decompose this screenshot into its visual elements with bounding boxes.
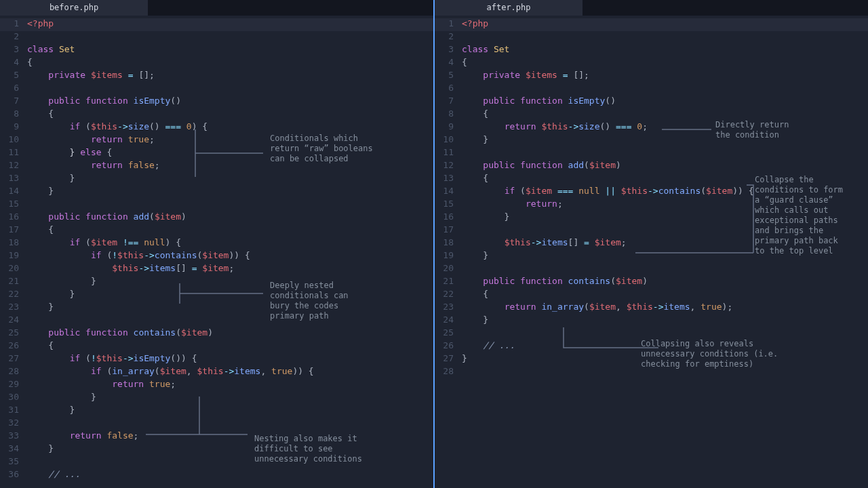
line-number: 21 [0,276,27,289]
line-number: 9 [435,121,462,134]
code-line: 20 $this->items[] = $item; [0,263,433,276]
code-content: public function contains($item) [27,327,433,340]
right-tab[interactable]: after.php [435,0,583,16]
code-line: 23 return in_array($item, $this->items, … [435,302,868,314]
code-content: { [27,108,433,121]
code-line: 23 } [0,302,433,314]
line-number: 9 [0,121,27,134]
code-content: } [462,250,868,263]
left-editor[interactable]: 1<?php23class Set4{5 private $items = []… [0,16,433,488]
code-line: 24 [0,314,433,327]
code-line: 26 { [0,340,433,353]
left-tabbar: before.php [0,0,433,16]
line-number: 36 [0,469,27,482]
code-content: <?php [27,18,433,31]
line-number: 3 [435,44,462,57]
code-line: 21 } [0,276,433,289]
right-pane: after.php 1<?php23class Set4{5 private $… [435,0,868,488]
code-line: 25 [435,327,868,340]
line-number: 35 [0,456,27,469]
code-line: 12 public function add($item) [435,160,868,173]
code-line: 7 public function isEmpty() [435,96,868,108]
code-line: 34 } [0,443,433,456]
code-line: 12 return false; [0,160,433,173]
code-line: 31 } [0,405,433,418]
code-line: 22 } [0,289,433,302]
line-number: 33 [0,430,27,443]
code-content [27,83,433,96]
code-content: { [27,57,433,70]
code-content: { [462,173,868,186]
line-number: 25 [435,327,462,340]
line-number: 7 [435,96,462,108]
code-line: 15 return; [435,199,868,211]
code-content: return false; [27,160,433,173]
line-number: 7 [0,96,27,108]
code-content: if (!$this->isEmpty()) { [27,353,433,366]
code-content: { [27,224,433,237]
code-content: if ($this->size() === 0) { [27,121,433,134]
left-tab[interactable]: before.php [0,0,148,16]
line-number: 22 [435,289,462,302]
code-line: 7 public function isEmpty() [0,96,433,108]
line-number: 11 [435,147,462,160]
line-number: 27 [435,353,462,366]
code-line: 27 if (!$this->isEmpty()) { [0,353,433,366]
code-line: 26 // ... [435,340,868,353]
line-number: 10 [0,134,27,147]
code-content: } [27,405,433,418]
code-content: } [27,276,433,289]
line-number: 28 [0,366,27,379]
code-line: 9 if ($this->size() === 0) { [0,121,433,134]
code-line: 33 return false; [0,430,433,443]
line-number: 14 [435,186,462,199]
line-number: 1 [435,18,462,31]
code-line: 2 [0,31,433,44]
line-number: 10 [435,134,462,147]
left-pane: before.php 1<?php23class Set4{5 private … [0,0,433,488]
right-tabbar-spacer [583,0,868,16]
code-content [462,31,868,44]
code-content: } [27,289,433,302]
line-number: 19 [0,250,27,263]
code-line: 11 } else { [0,147,433,160]
code-line: 3class Set [435,44,868,57]
code-content: if ($item === null || $this->contains($i… [462,186,868,199]
line-number: 18 [0,237,27,250]
code-line: 5 private $items = []; [435,70,868,83]
code-content: public function isEmpty() [27,96,433,108]
code-content: // ... [462,340,868,353]
code-content: { [462,108,868,121]
code-line: 14 } [0,186,433,199]
line-number: 16 [435,211,462,224]
line-number: 29 [0,379,27,392]
line-number: 22 [0,289,27,302]
code-line: 19 if (!$this->contains($item)) { [0,250,433,263]
code-content: public function isEmpty() [462,96,868,108]
code-line: 25 public function contains($item) [0,327,433,340]
code-content [462,224,868,237]
line-number: 26 [435,340,462,353]
line-number: 23 [435,302,462,314]
line-number: 4 [0,57,27,70]
code-content [462,327,868,340]
code-content: private $items = []; [27,70,433,83]
code-content [27,31,433,44]
line-number: 2 [0,31,27,44]
code-line: 32 [0,418,433,430]
code-line: 28 [435,366,868,379]
code-content: return; [462,199,868,211]
code-content: return $this->size() === 0; [462,121,868,134]
line-number: 16 [0,211,27,224]
line-number: 5 [0,70,27,83]
line-number: 11 [0,147,27,160]
line-number: 27 [0,353,27,366]
line-number: 32 [0,418,27,430]
code-line: 10 } [435,134,868,147]
line-number: 8 [0,108,27,121]
code-line: 22 { [435,289,868,302]
line-number: 2 [435,31,462,44]
line-number: 34 [0,443,27,456]
code-line: 16 } [435,211,868,224]
right-editor[interactable]: 1<?php23class Set4{5 private $items = []… [435,16,868,488]
